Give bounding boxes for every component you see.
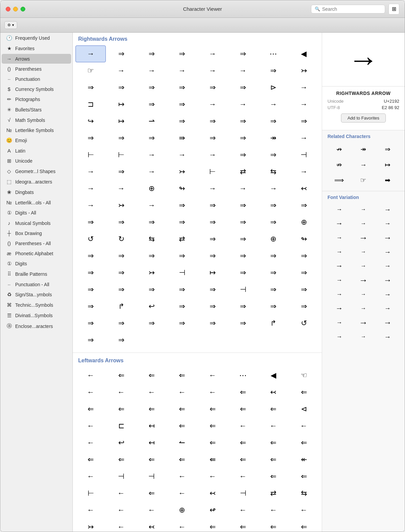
char-cell[interactable]: ⇒ [136,281,167,298]
char-cell[interactable]: ⇒ [258,197,288,214]
font-variation-cell[interactable]: → [376,231,399,244]
char-cell[interactable]: ⇒ [75,247,106,264]
char-cell[interactable]: ⇒ [228,130,258,146]
char-cell[interactable]: ⇒ [106,315,136,332]
sidebar-item-arrows[interactable]: →Arrows [2,54,71,64]
sidebar-item-letterlike[interactable]: №Letterlike Symbols [2,125,71,135]
char-cell[interactable]: ⇐ [167,418,197,434]
char-cell[interactable]: ↢ [197,485,228,502]
char-cell[interactable]: ← [75,434,106,451]
char-cell[interactable]: ← [167,384,197,401]
font-variation-cell[interactable]: → [376,245,399,259]
font-variation-cell[interactable]: → [328,259,351,273]
char-cell[interactable]: ⇒ [258,264,288,281]
char-cell[interactable]: → [106,180,136,197]
font-variation-cell[interactable]: → [352,231,375,244]
char-cell[interactable]: ⇒ [228,214,258,231]
char-cell[interactable]: ⇒ [258,146,288,163]
char-cell[interactable]: ⊣ [167,264,197,281]
char-cell[interactable]: ↣ [75,519,106,532]
char-cell[interactable]: ← [106,485,136,502]
sidebar-item-currency[interactable]: $Currency Symbols [2,84,71,94]
font-variation-cell[interactable]: → [328,316,351,329]
char-cell[interactable]: ⇒ [136,214,167,231]
font-variation-cell[interactable]: → [352,245,375,259]
char-cell[interactable]: → [197,146,228,163]
char-cell[interactable]: ⊢ [75,485,106,502]
sidebar-item-box-drawing[interactable]: ┼Box Drawing [2,228,71,238]
char-cell[interactable]: ⇒ [167,298,197,315]
sidebar-item-bullets[interactable]: ✳Bullets/Stars [2,105,71,115]
char-cell[interactable]: ⇒ [167,214,197,231]
char-cell[interactable]: ⇒ [106,130,136,146]
char-cell[interactable]: → [167,146,197,163]
font-variation-cell[interactable]: → [376,217,399,230]
char-cell[interactable]: → [228,180,258,197]
char-cell[interactable]: ⇒ [289,298,319,315]
maximize-button[interactable] [21,7,25,11]
char-cell[interactable]: ↦ [106,96,136,113]
sidebar-item-enclosed[interactable]: ⓐEnclose...aracters [2,321,71,331]
font-variation-cell[interactable]: → [328,288,351,301]
char-cell[interactable]: ⇐ [228,384,258,401]
sidebar-item-latin[interactable]: ALatin [2,146,71,156]
char-cell[interactable]: ⇒ [289,281,319,298]
char-cell[interactable]: → [75,163,106,180]
char-cell[interactable]: ⇒ [106,163,136,180]
char-cell[interactable]: ⇒ [136,130,167,146]
char-cell[interactable]: ⇒ [197,247,228,264]
font-variation-cell[interactable]: → [328,330,351,343]
char-cell[interactable]: ← [136,502,167,519]
char-cell[interactable]: ⇒ [228,264,258,281]
char-cell[interactable]: ⇐ [228,401,258,418]
char-cell[interactable]: ↩ [106,434,136,451]
char-cell[interactable]: → [258,180,288,197]
char-cell[interactable]: ⇒ [228,79,258,96]
sidebar-item-musical[interactable]: ♪Musical Symbols [2,218,71,228]
char-cell[interactable]: ↱ [258,315,288,332]
char-cell[interactable]: ← [75,502,106,519]
related-char-cell[interactable]: ↠ [352,142,375,157]
char-cell[interactable]: ⇐ [197,519,228,532]
char-cell[interactable]: ⇒ [258,62,288,79]
char-cell[interactable]: → [75,180,106,197]
char-cell[interactable]: → [106,62,136,79]
char-cell[interactable]: ⇒ [75,79,106,96]
sidebar-item-digits[interactable]: ①Digits [2,259,71,269]
char-cell[interactable]: ⇐ [258,468,288,485]
char-cell[interactable]: ⇒ [75,130,106,146]
char-cell[interactable]: ⇐ [167,401,197,418]
char-cell[interactable]: ⋯ [228,367,258,384]
char-cell[interactable]: ↢ [136,519,167,532]
char-cell[interactable]: ← [289,418,319,434]
font-variation-cell[interactable]: → [352,288,375,301]
char-cell[interactable]: ← [167,468,197,485]
char-cell[interactable]: ⇐ [258,401,288,418]
char-cell[interactable]: ⊳ [258,79,288,96]
char-cell[interactable]: ⇒ [106,79,136,96]
char-cell[interactable]: ⇒ [197,197,228,214]
char-cell[interactable]: ⇒ [228,247,258,264]
char-cell[interactable]: ← [106,519,136,532]
char-cell[interactable]: ⇐ [228,434,258,451]
font-variation-cell[interactable]: → [352,302,375,315]
font-variation-cell[interactable]: → [352,259,375,273]
char-cell[interactable]: ⇒ [75,264,106,281]
char-cell[interactable]: ⇒ [136,315,167,332]
char-cell[interactable]: ← [136,384,167,401]
char-cell[interactable]: ⊢ [75,146,106,163]
char-cell[interactable]: ↢ [258,384,288,401]
char-cell[interactable]: ⇒ [258,113,288,130]
char-cell[interactable]: ⇒ [289,247,319,264]
char-cell[interactable]: → [197,45,228,62]
char-cell[interactable]: ⇐ [258,434,288,451]
char-cell[interactable]: ⊕ [289,214,319,231]
char-cell[interactable]: ⇒ [75,214,106,231]
char-cell[interactable]: ⇒ [136,45,167,62]
sidebar-item-signs[interactable]: ♻Sign/Sta...ymbols [2,290,71,300]
char-cell[interactable]: ⇒ [228,315,258,332]
sidebar-item-parentheses-all[interactable]: ()Parentheses - All [2,238,71,248]
char-cell[interactable]: ↣ [136,264,167,281]
char-cell[interactable]: ⇒ [75,332,106,348]
char-cell[interactable]: → [197,62,228,79]
